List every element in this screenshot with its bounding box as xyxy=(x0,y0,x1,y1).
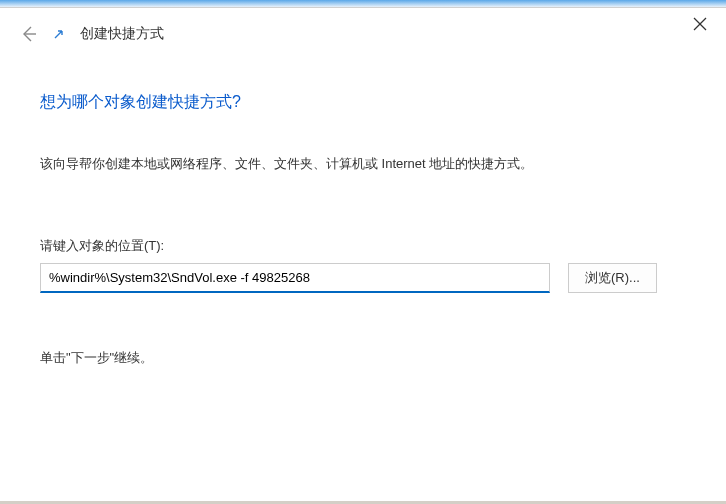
close-icon xyxy=(693,17,707,31)
browse-button[interactable]: 浏览(R)... xyxy=(568,263,657,293)
arrow-left-icon xyxy=(19,25,37,43)
location-input[interactable] xyxy=(40,263,550,293)
header-row: 创建快捷方式 xyxy=(0,8,726,44)
page-title: 想为哪个对象创建快捷方式? xyxy=(40,92,686,113)
window-title: 创建快捷方式 xyxy=(80,25,164,43)
back-button[interactable] xyxy=(18,24,38,44)
location-label: 请键入对象的位置(T): xyxy=(40,237,686,255)
content-area: 想为哪个对象创建快捷方式? 该向导帮你创建本地或网络程序、文件、文件夹、计算机或… xyxy=(0,44,726,367)
close-button[interactable] xyxy=(692,16,708,32)
shortcut-icon xyxy=(52,27,66,41)
description-text: 该向导帮你创建本地或网络程序、文件、文件夹、计算机或 Internet 地址的快… xyxy=(40,155,686,173)
input-row: 浏览(R)... xyxy=(40,263,686,293)
window-titlebar-gradient xyxy=(0,0,726,8)
continue-instruction: 单击"下一步"继续。 xyxy=(40,349,686,367)
